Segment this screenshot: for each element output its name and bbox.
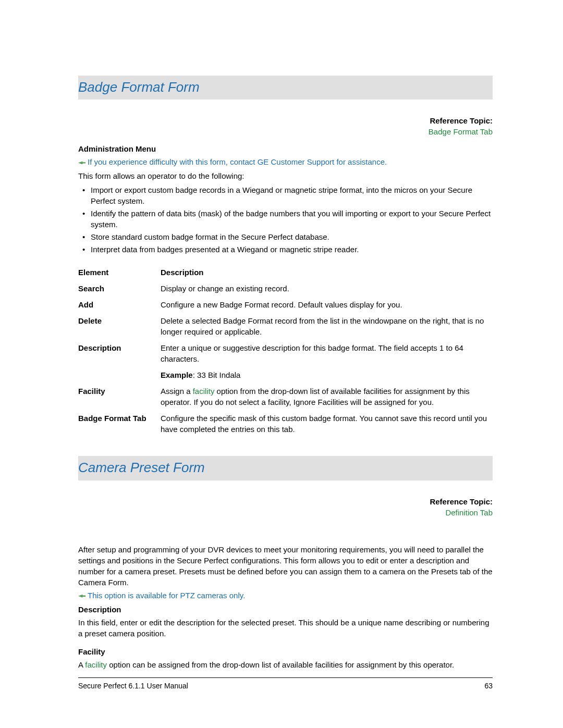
page-footer: Secure Perfect 6.1.1 User Manual 63 bbox=[78, 677, 493, 692]
facility-heading: Facility bbox=[78, 646, 493, 657]
table-cell-description: Enter a unique or suggestive description… bbox=[161, 340, 493, 383]
support-note: If you experience difficulty with this f… bbox=[78, 156, 493, 167]
table-cell-description: Assign a facility option from the drop-d… bbox=[161, 383, 493, 410]
facility-paragraph: A facility option can be assigned from t… bbox=[78, 659, 493, 670]
table-cell-element: Add bbox=[78, 297, 161, 313]
table-cell-description: Delete a selected Badge Format record fr… bbox=[161, 313, 493, 340]
reference-topic-label: Reference Topic: bbox=[78, 496, 493, 507]
table-cell-description: Display or change an existing record. bbox=[161, 280, 493, 297]
table-cell-description: Configure the specific mask of this cust… bbox=[161, 410, 493, 437]
table-cell-element: Facility bbox=[78, 383, 161, 410]
bullet-item: Store standard custom badge format in th… bbox=[90, 231, 493, 242]
intro-bullet-list: Import or export custom badge records in… bbox=[78, 184, 493, 255]
bullet-item: Interpret data from badges presented at … bbox=[90, 244, 493, 255]
table-row: Badge Format Tab Configure the specific … bbox=[78, 410, 493, 437]
reference-topic-block-2: Reference Topic: Definition Tab bbox=[78, 496, 493, 518]
bullet-item: Import or export custom badge records in… bbox=[90, 184, 493, 206]
table-cell-element: Badge Format Tab bbox=[78, 410, 161, 437]
footer-page-number: 63 bbox=[484, 681, 493, 692]
example-text: : 33 Bit Indala bbox=[193, 371, 241, 379]
table-header-description: Description bbox=[161, 264, 493, 280]
reference-topic-label: Reference Topic: bbox=[78, 115, 493, 126]
table-cell-element: Description bbox=[78, 340, 161, 383]
camera-preset-intro: After setup and programming of your DVR … bbox=[78, 544, 493, 588]
table-row: Delete Delete a selected Badge Format re… bbox=[78, 313, 493, 340]
section-heading-badge-format: Badge Format Form bbox=[78, 76, 493, 100]
table-cell-element: Delete bbox=[78, 313, 161, 340]
table-header-row: Element Description bbox=[78, 264, 493, 280]
intro-paragraph: This form allows an operator to do the f… bbox=[78, 170, 493, 181]
table-row: Search Display or change an existing rec… bbox=[78, 280, 493, 297]
section-heading-camera-preset: Camera Preset Form bbox=[78, 456, 493, 480]
reference-topic-block-1: Reference Topic: Badge Format Tab bbox=[78, 115, 493, 137]
example-label: Example bbox=[161, 371, 193, 379]
facility-link[interactable]: facility bbox=[193, 387, 215, 396]
elements-table: Element Description Search Display or ch… bbox=[78, 264, 493, 437]
reference-topic-link-definition-tab[interactable]: Definition Tab bbox=[445, 508, 493, 517]
table-cell-description: Configure a new Badge Format record. Def… bbox=[161, 297, 493, 313]
note-icon bbox=[78, 593, 85, 600]
bullet-item: Identify the pattern of data bits (mask)… bbox=[90, 208, 493, 230]
table-header-element: Element bbox=[78, 264, 161, 280]
table-cell-element: Search bbox=[78, 280, 161, 297]
table-row: Add Configure a new Badge Format record.… bbox=[78, 297, 493, 313]
ptz-note-text: This option is available for PTZ cameras… bbox=[88, 591, 245, 600]
support-note-text: If you experience difficulty with this f… bbox=[88, 157, 387, 166]
table-row: Facility Assign a facility option from t… bbox=[78, 383, 493, 410]
reference-topic-link-badge-format-tab[interactable]: Badge Format Tab bbox=[429, 127, 493, 136]
ptz-note: This option is available for PTZ cameras… bbox=[78, 590, 493, 601]
footer-manual-title: Secure Perfect 6.1.1 User Manual bbox=[78, 682, 188, 690]
facility-link[interactable]: facility bbox=[85, 660, 107, 669]
administration-menu-heading: Administration Menu bbox=[78, 143, 493, 154]
note-icon bbox=[78, 159, 85, 166]
table-row: Description Enter a unique or suggestive… bbox=[78, 340, 493, 383]
description-heading: Description bbox=[78, 604, 493, 615]
description-paragraph: In this field, enter or edit the descrip… bbox=[78, 617, 493, 639]
